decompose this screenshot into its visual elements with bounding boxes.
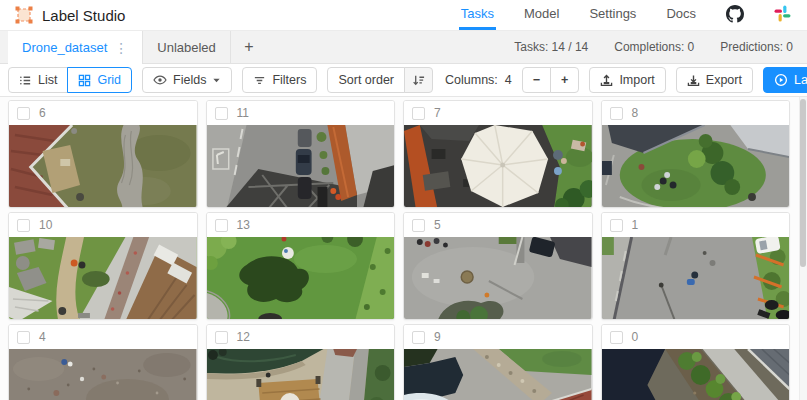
stat-predictions: Predictions: 0 <box>720 40 793 54</box>
task-card[interactable]: 10 <box>8 212 198 320</box>
tab-drone-dataset[interactable]: Drone_dataset ⋮ <box>8 31 143 64</box>
task-checkbox[interactable] <box>17 107 30 120</box>
grid-icon <box>78 74 91 87</box>
task-card[interactable]: 5 <box>403 212 593 320</box>
task-checkbox[interactable] <box>412 219 425 232</box>
add-tab-button[interactable]: + <box>231 31 267 63</box>
nav-tasks[interactable]: Tasks <box>459 0 496 30</box>
task-checkbox[interactable] <box>17 331 30 344</box>
task-card[interactable]: 1 <box>601 212 791 320</box>
sort-order-button[interactable]: Sort order <box>327 67 405 93</box>
list-label: List <box>38 73 57 87</box>
columns-increase-button[interactable]: + <box>550 67 579 93</box>
label-button[interactable]: Label <box>763 67 807 93</box>
chevron-down-icon <box>212 76 221 85</box>
scrollbar-track[interactable] <box>799 97 807 400</box>
export-button[interactable]: Export <box>676 67 753 93</box>
toolbar: List Grid Fields Filters Sort order Colu… <box>0 64 807 97</box>
tab-label: Unlabeled <box>157 40 216 55</box>
task-card-header: 11 <box>207 101 395 125</box>
task-id: 0 <box>632 330 639 344</box>
scrollbar-thumb[interactable] <box>800 99 806 267</box>
grid-label: Grid <box>97 73 121 87</box>
task-card[interactable]: 6 <box>8 100 198 208</box>
task-id: 12 <box>237 330 250 344</box>
tab-unlabeled[interactable]: Unlabeled <box>143 31 231 63</box>
task-thumbnail[interactable] <box>404 125 592 208</box>
columns-value: 4 <box>505 73 512 87</box>
task-checkbox[interactable] <box>610 107 623 120</box>
task-thumbnail[interactable] <box>207 125 395 208</box>
nav-links: Tasks Model Settings Docs <box>459 0 793 30</box>
brand[interactable]: Label Studio <box>14 0 125 30</box>
task-checkbox[interactable] <box>412 331 425 344</box>
task-checkbox[interactable] <box>610 331 623 344</box>
task-checkbox[interactable] <box>215 107 228 120</box>
task-thumbnail[interactable] <box>9 125 197 208</box>
task-card-header: 0 <box>602 325 790 349</box>
columns-decrease-button[interactable]: − <box>522 67 551 93</box>
task-id: 9 <box>434 330 441 344</box>
import-icon <box>600 74 613 87</box>
task-thumbnail[interactable] <box>9 349 197 400</box>
task-checkbox[interactable] <box>215 331 228 344</box>
task-id: 7 <box>434 106 441 120</box>
tab-menu-kebab-icon[interactable]: ⋮ <box>114 40 128 56</box>
task-card[interactable]: 13 <box>206 212 396 320</box>
stat-tasks: Tasks: 14 / 14 <box>514 40 588 54</box>
task-id: 13 <box>237 218 250 232</box>
brand-title: Label Studio <box>42 7 125 24</box>
filters-button[interactable]: Filters <box>242 67 317 93</box>
task-card-header: 7 <box>404 101 592 125</box>
import-button[interactable]: Import <box>589 67 665 93</box>
task-id: 6 <box>39 106 46 120</box>
task-checkbox[interactable] <box>17 219 30 232</box>
fields-label: Fields <box>173 73 206 87</box>
task-thumbnail[interactable] <box>207 237 395 320</box>
task-thumbnail[interactable] <box>404 349 592 400</box>
task-card-header: 13 <box>207 213 395 237</box>
task-card[interactable]: 4 <box>8 324 198 400</box>
grid-view-button[interactable]: Grid <box>67 67 132 93</box>
slack-icon[interactable] <box>772 0 793 30</box>
import-label: Import <box>619 73 654 87</box>
stat-completions: Completions: 0 <box>614 40 694 54</box>
task-checkbox[interactable] <box>610 219 623 232</box>
task-card[interactable]: 0 <box>601 324 791 400</box>
sort-direction-button[interactable] <box>404 67 433 93</box>
task-thumbnail[interactable] <box>602 125 790 208</box>
nav-settings[interactable]: Settings <box>587 0 638 30</box>
task-id: 8 <box>632 106 639 120</box>
sort-descending-icon <box>412 74 425 87</box>
task-checkbox[interactable] <box>215 219 228 232</box>
task-id: 1 <box>632 218 639 232</box>
task-card[interactable]: 7 <box>403 100 593 208</box>
task-card-header: 1 <box>602 213 790 237</box>
label-studio-logo-icon <box>14 5 34 25</box>
task-thumbnail[interactable] <box>602 349 790 400</box>
dataset-tabbar: Drone_dataset ⋮ Unlabeled + Tasks: 14 / … <box>0 31 807 64</box>
task-id: 5 <box>434 218 441 232</box>
task-thumbnail[interactable] <box>404 237 592 320</box>
export-icon <box>687 74 700 87</box>
task-card[interactable]: 8 <box>601 100 791 208</box>
columns-label: Columns: 4 <box>445 73 512 87</box>
task-thumbnail[interactable] <box>602 237 790 320</box>
eye-icon <box>153 73 167 87</box>
task-card[interactable]: 12 <box>206 324 396 400</box>
task-thumbnail[interactable] <box>9 237 197 320</box>
task-checkbox[interactable] <box>412 107 425 120</box>
task-card-header: 9 <box>404 325 592 349</box>
task-card-header: 12 <box>207 325 395 349</box>
github-icon[interactable] <box>724 0 746 30</box>
nav-model[interactable]: Model <box>522 0 561 30</box>
task-card-header: 6 <box>9 101 197 125</box>
play-circle-icon <box>774 73 788 87</box>
nav-docs[interactable]: Docs <box>664 0 698 30</box>
task-id: 10 <box>39 218 52 232</box>
task-thumbnail[interactable] <box>207 349 395 400</box>
task-card[interactable]: 11 <box>206 100 396 208</box>
task-card[interactable]: 9 <box>403 324 593 400</box>
fields-button[interactable]: Fields <box>142 67 232 93</box>
list-view-button[interactable]: List <box>8 67 68 93</box>
